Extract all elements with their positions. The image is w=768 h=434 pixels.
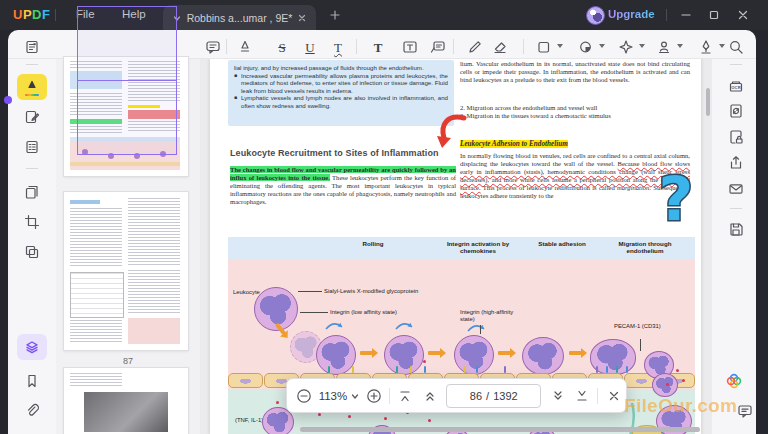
previous-page-button[interactable] [418,383,443,409]
next-page-button[interactable] [545,383,570,409]
rail-divider [730,64,742,65]
text-box-icon[interactable] [398,36,422,58]
summary-line: lial injury, and by increased passage of… [234,64,448,72]
figure-label: Integrin (low affinity state) [330,309,480,316]
eraser-icon[interactable] [488,36,512,58]
updf-logo: UPDF [13,7,50,22]
logo-letter: D [32,7,42,22]
thumb-table [70,272,124,318]
community-icon[interactable] [719,368,749,394]
thumbnail-label-87[interactable]: 87 [56,356,200,366]
zoom-dropdown-icon[interactable] [348,383,361,409]
figure-header: Rolling Integrin activation by chemokine… [228,237,695,259]
sticker-caret-icon[interactable] [639,44,645,51]
email-icon[interactable] [721,176,751,202]
underline-icon[interactable]: U [298,36,322,58]
new-tab-button[interactable] [325,6,345,24]
list-text: Migration across the endothelium and ves… [467,104,598,111]
proteoglycan-receptor [424,366,426,373]
reader-icon[interactable] [17,34,47,60]
zoom-out-button[interactable] [292,383,317,409]
strikethrough-icon[interactable]: S [270,36,294,58]
selectin-receptor [410,366,412,373]
edit-pdf-icon[interactable] [17,104,47,130]
close-button[interactable] [733,6,753,24]
migrating-cell [652,373,678,397]
zoom-level[interactable]: 113% [319,390,348,402]
page-thumbnail-87[interactable] [64,192,188,350]
callout-icon[interactable] [426,36,450,58]
text-glyph: T [374,41,383,54]
protect-icon[interactable] [721,124,751,150]
sticker-icon[interactable] [614,36,638,58]
upgrade-button[interactable]: Upgrade [608,8,655,20]
ocr-icon[interactable]: OCR [721,74,751,100]
thumb-figure [128,318,180,344]
comment-icon[interactable] [201,36,225,58]
squiggly-underline-icon[interactable]: T [326,36,350,58]
integrin-receptor [476,366,478,373]
stamp-icon[interactable] [652,36,676,58]
viewport-rectangle[interactable] [77,6,177,81]
document-tab[interactable]: Robbins a...umar , 9E* [163,5,316,30]
horizontal-scrollbar[interactable] [300,427,700,432]
italic-term: margination [617,184,649,191]
convert-file-icon[interactable] [721,98,751,124]
pencil-icon[interactable] [463,36,487,58]
close-navigation-button[interactable] [601,383,626,409]
convert-icon[interactable] [17,239,47,265]
integrin-ligand-receptor [504,366,506,373]
logo-letter: F [42,7,50,22]
last-page-button[interactable] [570,383,595,409]
chemokine-dot [276,401,279,404]
question-mark-annotation[interactable]: ? [649,160,703,240]
thumb-text-lines [128,198,180,266]
forms-icon[interactable] [17,134,47,160]
annotate-highlighter-icon[interactable] [17,74,47,100]
watermark: FileOur.com [624,395,737,417]
blue-roll-arrow [324,319,344,331]
ai-assistant-icon[interactable] [17,334,47,360]
underline-glyph: U [305,41,314,54]
shape-circle-icon[interactable] [574,36,598,58]
shape-rectangle-icon[interactable] [532,36,556,58]
crop-icon[interactable] [17,209,47,235]
bullet-text: Increased vascular permeability allows p… [241,72,448,95]
viewport-rectangle[interactable] [77,80,177,155]
chemokine-dot [348,415,351,418]
save-icon[interactable] [721,216,751,242]
maximize-button[interactable] [704,6,724,24]
page-separator: / [486,390,489,402]
figure-label: PECAM-1 (CD31) [614,323,670,330]
red-arrow-annotation[interactable] [434,112,468,152]
zoom-in-button[interactable] [361,383,386,409]
figure-label: (TNF, IL-1) [235,417,263,424]
shape-rectangle-caret-icon[interactable] [557,44,563,51]
bookmark-icon[interactable] [17,368,47,394]
organize-pages-icon[interactable] [17,179,47,205]
toolbar-divider [389,388,390,404]
vertical-scrollbar[interactable] [706,88,710,116]
shape-circle-caret-icon[interactable] [599,44,605,51]
orange-arrow [498,351,511,355]
page-number-input[interactable]: 86 / 1392 [446,384,541,408]
account-avatar[interactable] [586,6,605,25]
chemokine-dot [318,413,321,416]
signature-icon[interactable] [694,36,718,58]
paragraph-text: This process of leukocyte redistribution… [481,184,617,191]
thumb-photo [84,392,168,432]
pecam-dot [666,383,669,386]
attachment-icon[interactable] [17,398,47,424]
stamp-caret-icon[interactable] [677,44,683,51]
text-icon[interactable]: T [366,36,390,58]
search-icon[interactable] [721,34,751,60]
page-thumbnail-88[interactable] [64,368,188,434]
tab-close-icon[interactable] [296,12,308,24]
list-item: 2. Migration across the endothelium and … [460,104,692,112]
first-page-button[interactable] [393,383,418,409]
summary-box: lial injury, and by increased passage of… [228,60,454,126]
share-icon[interactable] [721,150,751,176]
chemokine-dot [423,360,426,363]
minimize-button[interactable] [676,6,696,24]
highlighter-icon[interactable] [233,36,257,58]
